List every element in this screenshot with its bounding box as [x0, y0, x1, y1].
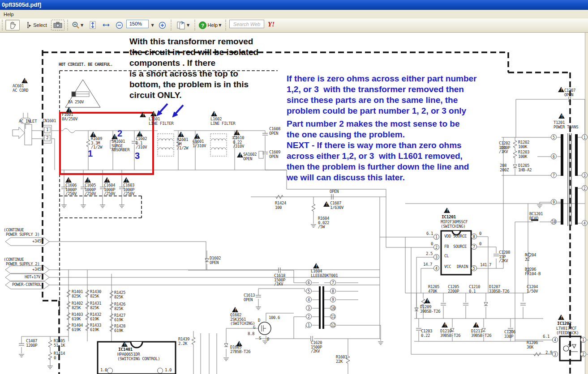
- toolbar-grip[interactable]: [194, 20, 197, 30]
- hand-icon: [9, 21, 17, 29]
- magnifier-icon: [72, 21, 80, 29]
- toolbar-grip[interactable]: [2, 20, 4, 30]
- fit-width-button[interactable]: [100, 20, 112, 30]
- menu-bar: Help: [0, 10, 588, 18]
- hand-tool-button[interactable]: [5, 20, 20, 30]
- ibeam-cursor-icon: [26, 21, 32, 29]
- page-display-button[interactable]: ▼: [174, 20, 192, 30]
- zoom-out-icon: [116, 21, 123, 29]
- help-button[interactable]: ? Help ▼: [197, 20, 223, 30]
- zoom-out-button[interactable]: [114, 20, 124, 30]
- zoom-in-button[interactable]: [157, 20, 167, 30]
- fit-height-icon: [89, 21, 96, 29]
- fit-width-icon: [102, 21, 110, 29]
- help-icon: ?: [199, 21, 206, 29]
- chevron-down-icon: ▼: [187, 23, 189, 27]
- camera-icon: [53, 21, 62, 29]
- schematic-drawing: [0, 0, 588, 374]
- pdf-viewer-window: HOT CIRCUIT. BE CAREFUL.8A 250VAC601 AC …: [0, 0, 588, 374]
- chevron-down-icon: ▼: [151, 23, 154, 27]
- search-web-input[interactable]: [229, 20, 264, 28]
- toolbar: Select ▼: [0, 18, 588, 33]
- help-label: Help: [208, 22, 218, 28]
- toolbar-grip[interactable]: [67, 20, 69, 30]
- zoom-in-icon: [159, 21, 166, 29]
- yahoo-logo[interactable]: Y!: [268, 21, 275, 28]
- zoom-level-dropdown[interactable]: ▼: [149, 20, 155, 30]
- snapshot-tool-button[interactable]: [51, 20, 64, 30]
- window-title: 0pfl3505d.pdf]: [2, 1, 41, 8]
- annotation-blue-note-2: Part number 2 makes the most sense to be…: [287, 119, 469, 183]
- select-tool-button[interactable]: Select: [22, 20, 50, 30]
- annotation-blue-note-1: If there is zero ohms across either part…: [287, 73, 476, 116]
- chevron-down-icon: ▼: [81, 23, 83, 27]
- pages-icon: [176, 21, 186, 30]
- menu-help[interactable]: Help: [0, 10, 17, 18]
- fit-height-button[interactable]: [87, 20, 99, 30]
- title-bar[interactable]: 0pfl3505d.pdf]: [0, 0, 588, 10]
- red-highlight-box: [59, 112, 154, 175]
- chevron-down-icon: ▼: [219, 23, 221, 27]
- zoom-tool-button[interactable]: ▼: [70, 20, 85, 30]
- select-label: Select: [33, 22, 47, 28]
- svg-text:?: ?: [201, 22, 204, 28]
- annotation-black-note: With this transformer removed the circui…: [129, 36, 258, 101]
- toolbar-grip[interactable]: [225, 20, 227, 30]
- toolbar-grip[interactable]: [171, 20, 173, 30]
- zoom-level-input[interactable]: [126, 20, 149, 28]
